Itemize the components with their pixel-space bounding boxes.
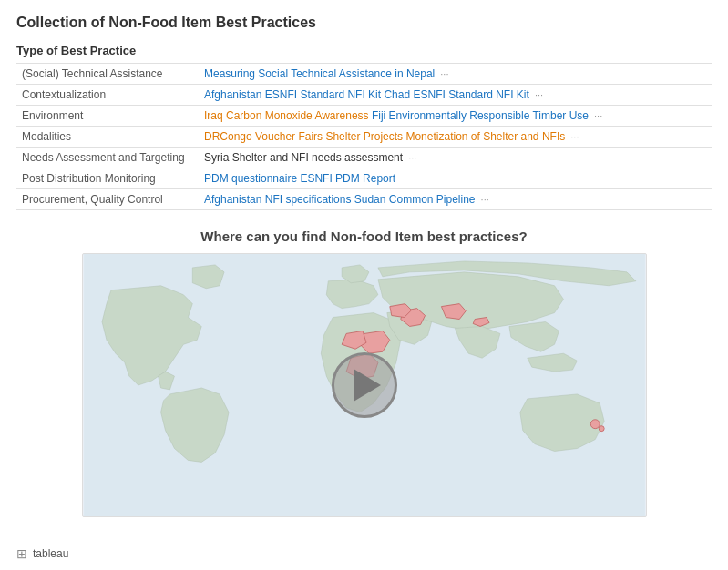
table-row: Procurement, Quality ControlAfghanistan … (16, 189, 712, 210)
links-cell: PDM questionnaire ESNFI PDM Report (199, 168, 712, 189)
links-cell: Syria Shelter and NFI needs assessment ·… (199, 148, 712, 168)
table-row: ModalitiesDRCongo Voucher Fairs Shelter … (16, 127, 712, 148)
world-map (82, 253, 647, 517)
resource-link[interactable]: ESNFI PDM Report (300, 172, 395, 185)
table-row: EnvironmentIraq Carbon Monoxide Awarenes… (16, 106, 712, 127)
resource-link[interactable]: Afghanistan NFI specifications (204, 193, 351, 206)
more-indicator: ··· (532, 89, 543, 100)
tableau-logo-text: tableau (33, 547, 68, 560)
tableau-grid-icon: ⊞ (16, 546, 27, 561)
footer: ⊞ tableau (16, 546, 68, 561)
more-indicator: ··· (437, 68, 448, 79)
type-label: Type of Best Practice (16, 44, 712, 57)
category-cell: Environment (16, 106, 199, 127)
table-row: Needs Assessment and TargetingSyria Shel… (16, 148, 712, 168)
resource-link[interactable]: Afghanistan ESNFI Standard NFI Kit (204, 88, 381, 101)
category-cell: Contextualization (16, 85, 199, 106)
resource-link[interactable]: PDM questionnaire (204, 172, 297, 185)
category-cell: (Social) Technical Assistance (16, 64, 199, 85)
more-indicator: ··· (568, 131, 579, 142)
links-cell: Measuring Social Technical Assistance in… (199, 64, 712, 85)
links-cell: Afghanistan ESNFI Standard NFI Kit Chad … (199, 85, 712, 106)
resource-link[interactable]: Iraq Carbon Monoxide Awareness (204, 109, 369, 122)
page-title: Collection of Non-Food Item Best Practic… (16, 15, 712, 31)
more-indicator: ··· (405, 152, 416, 163)
resource-link[interactable]: Sudan Common Pipeline (354, 193, 476, 206)
more-indicator: ··· (591, 110, 602, 121)
main-container: Collection of Non-Food Item Best Practic… (0, 0, 728, 570)
svg-point-2 (599, 426, 604, 432)
links-cell: DRCongo Voucher Fairs Shelter Projects M… (199, 127, 712, 148)
category-cell: Needs Assessment and Targeting (16, 148, 199, 168)
resource-link[interactable]: DRCongo Voucher Fairs Shelter Projects (204, 130, 403, 143)
category-cell: Procurement, Quality Control (16, 189, 199, 210)
resource-link[interactable]: Chad ESNFI Standard NFI Kit (384, 88, 528, 101)
links-cell: Afghanistan NFI specifications Sudan Com… (199, 189, 712, 210)
resource-link[interactable]: Fiji Environmentally Responsible Timber … (372, 109, 589, 122)
table-row: (Social) Technical AssistanceMeasuring S… (16, 64, 712, 85)
category-cell: Post Distribution Monitoring (16, 168, 199, 189)
map-question: Where can you find Non-food Item best pr… (16, 229, 712, 244)
table-row: ContextualizationAfghanistan ESNFI Stand… (16, 85, 712, 106)
links-cell: Iraq Carbon Monoxide Awareness Fiji Envi… (199, 106, 712, 127)
resource-link[interactable]: Monetization of Shelter and NFIs (405, 130, 565, 143)
play-button[interactable] (332, 352, 397, 418)
best-practices-table: (Social) Technical AssistanceMeasuring S… (16, 63, 712, 210)
svg-point-1 (590, 420, 600, 429)
table-row: Post Distribution MonitoringPDM question… (16, 168, 712, 189)
resource-link[interactable]: Measuring Social Technical Assistance in… (204, 67, 435, 80)
category-cell: Modalities (16, 127, 199, 148)
more-indicator: ··· (478, 194, 489, 205)
resource-link[interactable]: Syria Shelter and NFI needs assessment (204, 151, 403, 164)
